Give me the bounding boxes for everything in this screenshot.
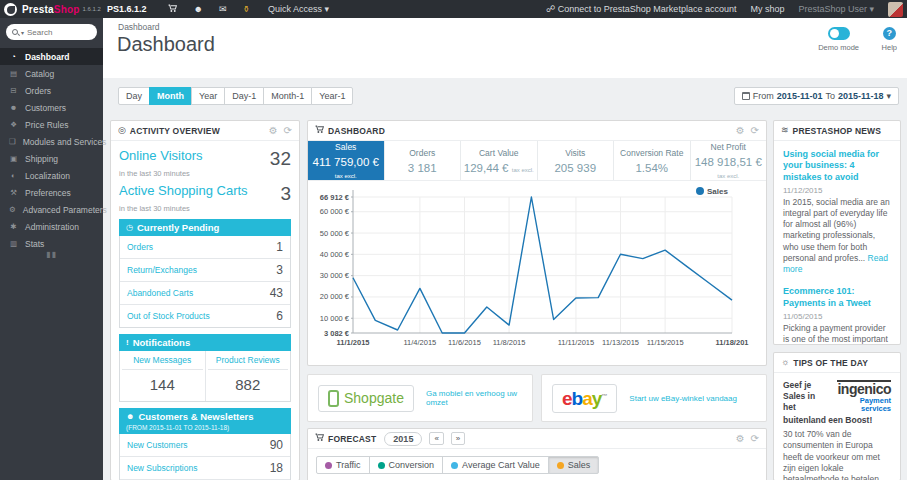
- orders-icon: ⊟: [9, 86, 18, 95]
- prestashop-logo-icon[interactable]: [4, 3, 17, 16]
- forecast-year[interactable]: 2015: [384, 432, 422, 446]
- cart-icon[interactable]: [168, 4, 177, 15]
- legend-average-cart-value-button[interactable]: Average Cart Value: [442, 456, 549, 474]
- customers-section-subtitle: (FROM 2015-11-01 TO 2015-11-18): [119, 424, 291, 434]
- user-menu[interactable]: PrestaShop User ▾: [798, 4, 874, 14]
- filter-month-button[interactable]: Month: [149, 87, 192, 105]
- svg-text:11/18/201: 11/18/201: [716, 338, 749, 347]
- kpi-label: Net Profit: [691, 142, 767, 152]
- ebay-letter: b: [572, 388, 583, 409]
- search-icon: [12, 29, 18, 35]
- row-value: 43: [270, 286, 283, 300]
- sidebar-item-customers[interactable]: ☻Customers: [0, 99, 103, 116]
- top-bar: PrestaShop 1.6.1.2 PS1.6.1.2 ☻ ✉ ⚱ Quick…: [0, 0, 907, 18]
- article-date: 11/12/2015: [783, 186, 891, 195]
- filter-day-button[interactable]: Day: [118, 87, 150, 105]
- svg-text:11/1/2015: 11/1/2015: [337, 338, 370, 347]
- prestashop-dashboard: PrestaShop 1.6.1.2 PS1.6.1.2 ☻ ✉ ⚱ Quick…: [0, 0, 907, 480]
- row-value: 18: [270, 461, 283, 475]
- filter-year-1-button[interactable]: Year-1: [311, 87, 353, 105]
- kpi-sales[interactable]: Sales411 759,00 € tax excl.: [308, 141, 385, 180]
- kpi-orders[interactable]: Orders3 181: [385, 141, 462, 180]
- customer-icon[interactable]: ☻: [193, 5, 202, 14]
- shopgate-link[interactable]: Ga mobiel en verhoog uw omzet: [426, 389, 522, 407]
- tips-of-the-day-panel: ☼ TIPS OF THE DAY ingenico Paymentservic…: [773, 352, 901, 480]
- next-year-button[interactable]: »: [451, 432, 465, 445]
- prev-year-button[interactable]: «: [429, 432, 443, 445]
- customers-section-title: Customers & Newsletters: [138, 411, 253, 422]
- gear-icon[interactable]: ⚙: [269, 125, 278, 136]
- user-avatar[interactable]: [888, 2, 903, 17]
- stats-icon: ▥: [9, 239, 18, 248]
- customers-row-new-subscriptions[interactable]: New Subscriptions18: [120, 457, 290, 480]
- sidebar-collapse-icon[interactable]: ▮▮: [0, 250, 103, 259]
- ingenico-logo-text: ingenico: [837, 380, 891, 397]
- new-messages-label[interactable]: New Messages: [122, 355, 203, 370]
- sidebar-item-preferences[interactable]: ⚒Preferences: [0, 184, 103, 201]
- my-shop-link[interactable]: My shop: [750, 4, 784, 14]
- pending-row-out-of-stock[interactable]: Out of Stock Products6: [120, 305, 290, 327]
- sidebar-item-orders[interactable]: ⊟Orders: [0, 82, 103, 99]
- sidebar-item-shipping[interactable]: ▣Shipping: [0, 150, 103, 167]
- search-caret-icon[interactable]: ▾: [21, 29, 24, 36]
- kpi-visits[interactable]: Visits205 939: [538, 141, 615, 180]
- refresh-icon[interactable]: ⟳: [751, 125, 759, 136]
- sidebar-item-advanced-parameters[interactable]: ⚙Advanced Parameters: [0, 201, 103, 218]
- filter-month-1-button[interactable]: Month-1: [263, 87, 312, 105]
- sidebar-item-price-rules[interactable]: ❖Price Rules: [0, 116, 103, 133]
- mail-icon[interactable]: ✉: [219, 5, 227, 14]
- pending-row-orders[interactable]: Orders1: [120, 236, 290, 259]
- pending-row-abandoned-carts[interactable]: Abandoned Carts43: [120, 282, 290, 305]
- ebay-tm: ™: [601, 392, 607, 398]
- kpi-conversion-rate[interactable]: Conversion Rate1.54%: [614, 141, 691, 180]
- activity-overview-panel: ◎ ACTIVITY OVERVIEW ⚙⟳ Online Visitors32…: [110, 120, 300, 480]
- sidebar-item-modules[interactable]: ❑Modules and Services: [0, 133, 103, 150]
- date-range-button[interactable]: From 2015-11-01 To 2015-11-18 ▾: [734, 87, 899, 105]
- sidebar-item-localization[interactable]: ◐Localization: [0, 167, 103, 184]
- sidebar-item-administration[interactable]: ✱Administration: [0, 218, 103, 235]
- row-label: Return/Exchanges: [127, 265, 197, 275]
- sidebar-item-label: Preferences: [25, 188, 71, 198]
- brand[interactable]: PrestaShop: [22, 4, 80, 15]
- search-input[interactable]: [27, 28, 85, 37]
- demo-mode-toggle[interactable]: [828, 27, 850, 40]
- marketplace-link[interactable]: ☍ Connect to PrestaShop Marketplace acco…: [546, 4, 736, 14]
- sidebar-item-catalog[interactable]: ▤Catalog: [0, 65, 103, 82]
- legend-sales-button[interactable]: Sales: [548, 456, 600, 474]
- sidebar-item-label: Orders: [25, 86, 51, 96]
- article-title[interactable]: Using social media for your business: 4 …: [783, 149, 891, 183]
- quick-access-menu[interactable]: Quick Access ▾: [268, 4, 329, 14]
- kpi-value: 148 918,51 €: [695, 156, 762, 168]
- active-carts-label[interactable]: Active Shopping Carts: [119, 184, 248, 198]
- trophy-icon[interactable]: ⚱: [243, 5, 251, 14]
- gear-icon[interactable]: ⚙: [736, 125, 745, 136]
- svg-text:30 000 €: 30 000 €: [320, 271, 350, 280]
- kpi-net-profit[interactable]: Net Profit148 918,51 € tax excl.: [691, 141, 767, 180]
- refresh-icon[interactable]: ⟳: [284, 125, 292, 136]
- pending-row-returns[interactable]: Return/Exchanges3: [120, 259, 290, 282]
- kpi-label: Conversion Rate: [614, 148, 690, 158]
- filter-day-1-button[interactable]: Day-1: [224, 87, 264, 105]
- administration-icon: ✱: [9, 222, 18, 231]
- article-title[interactable]: Ecommerce 101: Payments in a Tweet: [783, 286, 891, 309]
- breadcrumb: Dashboard: [118, 22, 160, 32]
- gear-icon[interactable]: ⚙: [736, 433, 745, 444]
- ebay-link[interactable]: Start uw eBay-winkel vandaag: [629, 394, 737, 403]
- svg-text:11/13/2015: 11/13/2015: [602, 338, 639, 347]
- legend-conversion-button[interactable]: Conversion: [369, 456, 444, 474]
- filter-year-button[interactable]: Year: [191, 87, 225, 105]
- sidebar-item-dashboard[interactable]: ◔Dashboard: [0, 48, 103, 65]
- product-reviews-label[interactable]: Product Reviews: [208, 355, 289, 370]
- customers-row-new-customers[interactable]: New Customers90: [120, 434, 290, 457]
- traffic-dot-icon: [325, 462, 332, 469]
- online-visitors-label[interactable]: Online Visitors: [119, 149, 203, 163]
- kpi-label: Visits: [538, 148, 614, 158]
- sales-dot-icon: [557, 462, 564, 469]
- legend-traffic-button[interactable]: Traffic: [316, 456, 370, 474]
- notification-icon: !: [126, 338, 129, 347]
- refresh-icon[interactable]: ⟳: [751, 433, 759, 444]
- row-label: Orders: [127, 242, 153, 252]
- help-icon[interactable]: ?: [883, 27, 896, 40]
- kpi-cart-value[interactable]: Cart Value129,44 € tax excl.: [461, 141, 538, 180]
- ebay-letter: y: [592, 388, 602, 409]
